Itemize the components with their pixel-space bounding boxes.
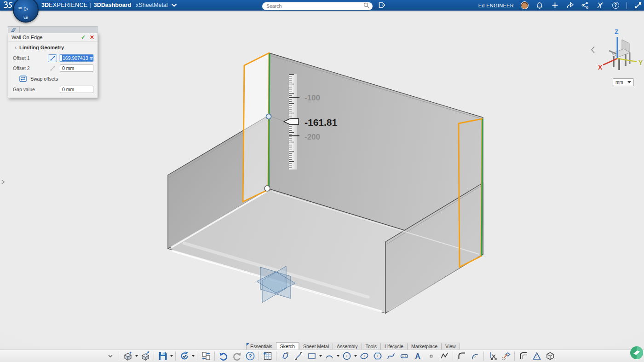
toolbar-separator [119, 351, 119, 361]
spline-tool-button[interactable] [385, 350, 397, 362]
dropdown-caret-icon[interactable] [337, 355, 339, 357]
toolbar-separator [175, 351, 176, 361]
gap-value-input[interactable]: 0 mm [60, 86, 93, 93]
update-button[interactable] [178, 350, 190, 362]
redo-button[interactable] [230, 350, 243, 362]
help-button[interactable]: ? [611, 1, 620, 10]
user-name[interactable]: Ed ENGINEER [478, 3, 514, 8]
offset2-input[interactable]: 0 mm [60, 64, 93, 72]
back-chevron-icon[interactable]: ‹ [15, 44, 17, 51]
polygon-tool-button[interactable] [371, 350, 384, 362]
positioned-sketch-icon [263, 351, 273, 361]
app-title[interactable]: 3DEXPERIENCE|3DDashboardxSheetMetal [41, 0, 177, 11]
ellipse-tool-button[interactable] [358, 350, 370, 362]
left-panel-expander[interactable] [0, 177, 6, 187]
brand-divider: | [90, 2, 92, 8]
chevron-down-icon[interactable] [172, 0, 177, 11]
undo-button[interactable] [217, 350, 230, 362]
export-part-button[interactable] [139, 350, 151, 362]
confirm-button[interactable]: ✓ [81, 34, 86, 41]
axis-x-line[interactable] [603, 58, 617, 65]
share-network-button[interactable] [581, 1, 589, 10]
view-triad[interactable]: Z X Y [592, 28, 643, 71]
drag-handle-top[interactable] [266, 114, 271, 119]
avatar[interactable] [521, 1, 529, 9]
line-tool-button[interactable] [292, 350, 305, 362]
constraint-triangle-icon [532, 351, 542, 361]
profile-tool-button[interactable] [279, 350, 291, 362]
platform-badge-button[interactable] [629, 345, 644, 362]
exit-sketch-button[interactable] [544, 350, 556, 362]
constraint-tool-button[interactable] [530, 350, 543, 362]
dropdown-caret-icon[interactable] [192, 355, 195, 357]
dassault-systemes-logo-icon[interactable] [2, 0, 14, 10]
tab-tools[interactable]: Tools [362, 343, 381, 350]
3ds-play-button[interactable] [596, 1, 604, 10]
save-floppy-icon [158, 351, 168, 361]
swap-offsets-button[interactable]: Swap offsets [8, 73, 98, 84]
new-part-button[interactable] [121, 350, 134, 362]
tag-button[interactable] [377, 1, 385, 9]
compare-button[interactable] [200, 350, 212, 362]
offset2-direction-button[interactable] [48, 64, 57, 72]
dropdown-caret-icon[interactable] [170, 355, 173, 357]
slot-tool-button[interactable] [398, 350, 410, 362]
selected-edge-right[interactable] [482, 119, 483, 256]
trim-tool-button[interactable] [486, 350, 499, 362]
search-input[interactable] [262, 2, 373, 10]
dropdown-caret-icon[interactable] [354, 355, 357, 357]
drag-handle-bottom[interactable] [264, 186, 270, 191]
panel-tab[interactable] [8, 26, 20, 33]
text-icon: A [413, 351, 423, 361]
corner-tool-button[interactable] [455, 350, 468, 362]
tab-view[interactable]: View [441, 343, 460, 350]
offset1-input[interactable]: 169.907413 mm [60, 54, 93, 62]
essentials-flag [247, 343, 249, 346]
offset-tool-button[interactable] [517, 350, 529, 362]
units-dropdown[interactable]: mm [613, 78, 634, 86]
arc-tool-button[interactable] [323, 350, 335, 362]
offset1-direction-button[interactable] [48, 54, 57, 62]
tab-essentials[interactable]: Essentials [246, 343, 276, 350]
dropdown-caret-icon[interactable] [319, 355, 322, 357]
selected-edge-left[interactable] [269, 53, 270, 188]
3d-compass-button[interactable]: 3D ▷ V.R [13, 0, 39, 23]
sheetmetal-part[interactable] [168, 53, 483, 313]
plus-icon [552, 2, 558, 9]
project-tool-button[interactable] [500, 350, 512, 362]
axis-y-line[interactable] [617, 58, 637, 62]
gap-value: 0 mm [62, 87, 74, 92]
dropdown-caret-icon[interactable] [135, 355, 138, 357]
save-button[interactable] [156, 350, 169, 362]
close-button[interactable]: ✕ [90, 34, 94, 41]
expand-toolbar-button[interactable] [104, 350, 116, 362]
spline-icon [386, 351, 396, 361]
circle-tool-button[interactable] [340, 350, 353, 362]
wall-preview-left[interactable] [243, 53, 269, 202]
rectangle-tool-button[interactable] [305, 350, 318, 362]
3ds-play-icon [597, 2, 604, 9]
tab-assembly[interactable]: Assembly [333, 343, 362, 350]
positioned-sketch-button[interactable] [261, 350, 274, 362]
exit-fullscreen-button[interactable] [634, 1, 642, 10]
text-tool-button[interactable]: A [411, 350, 424, 362]
add-content-button[interactable] [551, 1, 559, 10]
slot-icon [399, 351, 409, 361]
help-tool-button[interactable]: ? [244, 350, 256, 362]
share-button[interactable] [566, 1, 574, 10]
point-tool-button[interactable] [425, 350, 437, 362]
triad-collapse-chevron-icon[interactable] [592, 47, 594, 53]
polyline-tool-button[interactable] [438, 350, 450, 362]
fillet-tool-button[interactable] [469, 350, 481, 362]
tab-sketch[interactable]: Sketch [276, 342, 299, 350]
update-refresh-icon [179, 351, 190, 361]
app-name: 3DDashboard [94, 2, 131, 8]
notifications-button[interactable] [535, 1, 544, 10]
tab-sheet-metal[interactable]: Sheet Metal [299, 343, 333, 350]
ruler-label-upper: -100 [305, 93, 320, 102]
tab-lifecycle[interactable]: Lifecycle [380, 343, 407, 350]
polyline-icon [439, 351, 449, 361]
undo-icon [218, 351, 229, 361]
swap-offsets-label: Swap offsets [30, 76, 58, 82]
tab-marketplace[interactable]: Marketplace [407, 343, 441, 350]
